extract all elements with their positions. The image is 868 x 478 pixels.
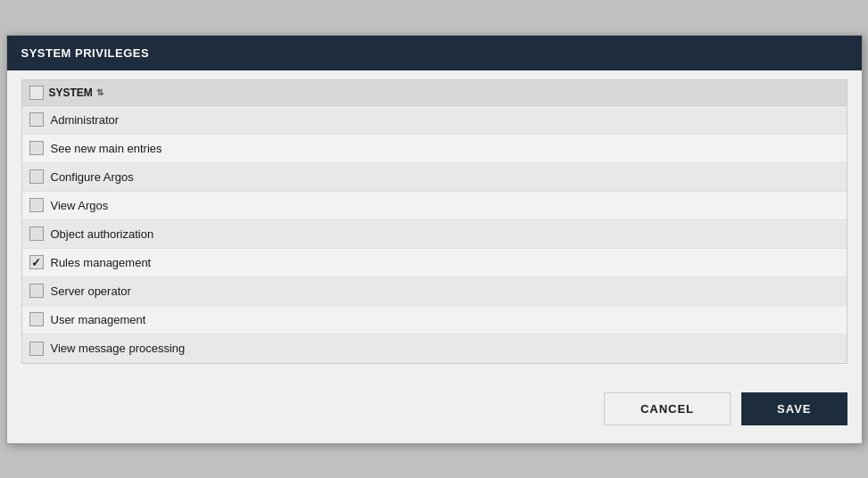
table-row[interactable]: See new main entries bbox=[22, 135, 847, 163]
checkbox-server-operator[interactable] bbox=[29, 284, 44, 298]
label-view-argos: View Argos bbox=[51, 199, 109, 212]
checkbox-object-authorization[interactable] bbox=[29, 227, 44, 241]
column-header-system: SYSTEM ⇅ bbox=[49, 87, 103, 99]
header-checkbox[interactable] bbox=[29, 86, 44, 100]
dialog-footer: CANCEL SAVE bbox=[7, 378, 862, 443]
label-rules-management: Rules management bbox=[51, 256, 152, 269]
checkbox-rules-management[interactable]: ✓ bbox=[29, 255, 44, 269]
label-see-new-main-entries: See new main entries bbox=[51, 142, 162, 155]
table-row[interactable]: View Argos bbox=[22, 192, 847, 220]
dialog-header: SYSTEM PRIVILEGES bbox=[7, 36, 862, 70]
checkbox-view-message-processing[interactable] bbox=[29, 342, 44, 356]
label-configure-argos: Configure Argos bbox=[51, 170, 134, 184]
table-row[interactable]: Administrator bbox=[22, 106, 847, 135]
checkbox-configure-argos[interactable] bbox=[29, 169, 44, 184]
checkbox-view-argos[interactable] bbox=[29, 198, 44, 212]
sort-icon[interactable]: ⇅ bbox=[96, 87, 103, 97]
checkbox-see-new-main-entries[interactable] bbox=[29, 141, 44, 155]
table-rows-container: AdministratorSee new main entriesConfigu… bbox=[22, 106, 847, 363]
label-server-operator: Server operator bbox=[51, 284, 131, 298]
dialog-title: SYSTEM PRIVILEGES bbox=[21, 46, 150, 60]
system-privileges-dialog: SYSTEM PRIVILEGES SYSTEM ⇅ Administrator… bbox=[6, 35, 863, 444]
cancel-button[interactable]: CANCEL bbox=[604, 392, 731, 425]
checkbox-administrator[interactable] bbox=[29, 112, 44, 127]
label-view-message-processing: View message processing bbox=[51, 342, 186, 355]
table-row[interactable]: Object authorization bbox=[22, 220, 847, 249]
table-row[interactable]: Server operator bbox=[22, 277, 847, 306]
table-row[interactable]: ✓Rules management bbox=[22, 249, 847, 277]
label-object-authorization: Object authorization bbox=[51, 227, 154, 241]
checkbox-user-management[interactable] bbox=[29, 312, 44, 326]
table-row[interactable]: User management bbox=[22, 306, 847, 334]
label-user-management: User management bbox=[51, 313, 146, 326]
label-administrator: Administrator bbox=[51, 113, 120, 127]
privileges-table: SYSTEM ⇅ AdministratorSee new main entri… bbox=[21, 79, 847, 364]
table-row[interactable]: View message processing bbox=[22, 334, 847, 363]
table-header-row: SYSTEM ⇅ bbox=[22, 80, 847, 106]
dialog-body: SYSTEM ⇅ AdministratorSee new main entri… bbox=[7, 70, 862, 378]
table-row[interactable]: Configure Argos bbox=[22, 163, 847, 192]
save-button[interactable]: SAVE bbox=[741, 392, 847, 425]
